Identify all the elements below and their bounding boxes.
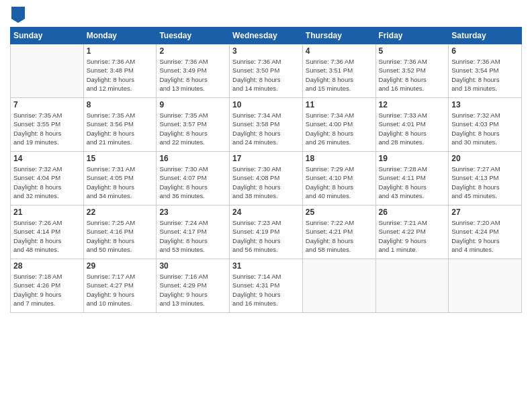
calendar-table: SundayMondayTuesdayWednesdayThursdayFrid… [10, 27, 522, 313]
weekday-header-tuesday: Tuesday [157, 28, 230, 44]
calendar-cell: 3Sunrise: 7:36 AMSunset: 3:50 PMDaylight… [230, 44, 303, 98]
day-number: 23 [159, 208, 226, 217]
day-info: Sunrise: 7:35 AMSunset: 3:57 PMDaylight:… [159, 111, 226, 146]
weekday-header-row: SundayMondayTuesdayWednesdayThursdayFrid… [11, 28, 522, 44]
day-info: Sunrise: 7:31 AMSunset: 4:05 PMDaylight:… [87, 165, 154, 200]
day-info: Sunrise: 7:36 AMSunset: 3:51 PMDaylight:… [306, 57, 373, 93]
day-number: 4 [306, 46, 373, 56]
calendar-cell: 8Sunrise: 7:35 AMSunset: 3:56 PMDaylight… [83, 98, 157, 152]
day-number: 16 [159, 154, 226, 163]
day-number: 17 [232, 154, 300, 163]
day-number: 26 [379, 208, 446, 217]
day-number: 6 [451, 46, 519, 56]
main-container: SundayMondayTuesdayWednesdayThursdayFrid… [0, 0, 532, 320]
calendar-cell: 23Sunrise: 7:24 AMSunset: 4:17 PMDayligh… [157, 205, 230, 259]
calendar-cell: 29Sunrise: 7:17 AMSunset: 4:27 PMDayligh… [83, 259, 157, 313]
day-number: 11 [306, 100, 373, 109]
day-number: 7 [13, 100, 81, 109]
day-number: 30 [159, 261, 226, 271]
calendar-cell [449, 259, 522, 313]
calendar-cell: 22Sunrise: 7:25 AMSunset: 4:16 PMDayligh… [83, 205, 157, 259]
calendar-cell: 13Sunrise: 7:32 AMSunset: 4:03 PMDayligh… [449, 98, 522, 152]
weekday-header-monday: Monday [83, 28, 157, 44]
day-info: Sunrise: 7:22 AMSunset: 4:21 PMDaylight:… [306, 218, 373, 254]
calendar-week-1: 1Sunrise: 7:36 AMSunset: 3:48 PMDaylight… [11, 44, 522, 98]
calendar-cell: 14Sunrise: 7:32 AMSunset: 4:04 PMDayligh… [11, 152, 84, 205]
calendar-cell: 28Sunrise: 7:18 AMSunset: 4:26 PMDayligh… [11, 259, 84, 313]
day-info: Sunrise: 7:21 AMSunset: 4:22 PMDaylight:… [379, 218, 446, 254]
logo-icon [11, 7, 25, 23]
calendar-cell: 4Sunrise: 7:36 AMSunset: 3:51 PMDaylight… [302, 44, 375, 98]
weekday-header-saturday: Saturday [449, 28, 522, 44]
calendar-cell: 21Sunrise: 7:26 AMSunset: 4:14 PMDayligh… [11, 205, 84, 259]
weekday-header-friday: Friday [375, 28, 449, 44]
calendar-cell: 15Sunrise: 7:31 AMSunset: 4:05 PMDayligh… [83, 152, 157, 205]
day-info: Sunrise: 7:36 AMSunset: 3:50 PMDaylight:… [232, 57, 300, 93]
day-number: 15 [87, 154, 154, 163]
day-number: 2 [159, 46, 226, 56]
calendar-week-3: 14Sunrise: 7:32 AMSunset: 4:04 PMDayligh… [11, 152, 522, 205]
calendar-week-4: 21Sunrise: 7:26 AMSunset: 4:14 PMDayligh… [11, 205, 522, 259]
day-number: 20 [451, 154, 519, 163]
day-number: 31 [232, 261, 300, 271]
day-info: Sunrise: 7:20 AMSunset: 4:24 PMDaylight:… [451, 218, 519, 254]
calendar-cell: 17Sunrise: 7:30 AMSunset: 4:08 PMDayligh… [230, 152, 303, 205]
day-info: Sunrise: 7:36 AMSunset: 3:48 PMDaylight:… [87, 57, 154, 93]
calendar-cell: 11Sunrise: 7:34 AMSunset: 4:00 PMDayligh… [302, 98, 375, 152]
day-number: 24 [232, 208, 300, 217]
day-number: 29 [87, 261, 154, 271]
day-info: Sunrise: 7:36 AMSunset: 3:54 PMDaylight:… [451, 57, 519, 93]
calendar-cell [375, 259, 449, 313]
svg-marker-0 [11, 7, 25, 23]
day-info: Sunrise: 7:30 AMSunset: 4:07 PMDaylight:… [159, 165, 226, 200]
calendar-cell: 10Sunrise: 7:34 AMSunset: 3:58 PMDayligh… [230, 98, 303, 152]
day-info: Sunrise: 7:14 AMSunset: 4:31 PMDaylight:… [232, 272, 300, 308]
calendar-cell: 5Sunrise: 7:36 AMSunset: 3:52 PMDaylight… [375, 44, 449, 98]
weekday-header-sunday: Sunday [11, 28, 84, 44]
calendar-cell: 2Sunrise: 7:36 AMSunset: 3:49 PMDaylight… [157, 44, 230, 98]
day-info: Sunrise: 7:23 AMSunset: 4:19 PMDaylight:… [232, 218, 300, 254]
day-info: Sunrise: 7:35 AMSunset: 3:55 PMDaylight:… [13, 111, 81, 146]
day-number: 13 [451, 100, 519, 109]
calendar-cell: 7Sunrise: 7:35 AMSunset: 3:55 PMDaylight… [11, 98, 84, 152]
day-info: Sunrise: 7:35 AMSunset: 3:56 PMDaylight:… [87, 111, 154, 146]
day-info: Sunrise: 7:18 AMSunset: 4:26 PMDaylight:… [13, 272, 81, 308]
calendar-cell [11, 44, 84, 98]
day-info: Sunrise: 7:27 AMSunset: 4:13 PMDaylight:… [451, 165, 519, 200]
day-info: Sunrise: 7:34 AMSunset: 4:00 PMDaylight:… [306, 111, 373, 146]
calendar-cell: 12Sunrise: 7:33 AMSunset: 4:01 PMDayligh… [375, 98, 449, 152]
day-info: Sunrise: 7:24 AMSunset: 4:17 PMDaylight:… [159, 218, 226, 254]
day-number: 9 [159, 100, 226, 109]
day-info: Sunrise: 7:26 AMSunset: 4:14 PMDaylight:… [13, 218, 81, 254]
day-info: Sunrise: 7:28 AMSunset: 4:11 PMDaylight:… [379, 165, 446, 200]
day-info: Sunrise: 7:25 AMSunset: 4:16 PMDaylight:… [87, 218, 154, 254]
day-info: Sunrise: 7:34 AMSunset: 3:58 PMDaylight:… [232, 111, 300, 146]
day-info: Sunrise: 7:16 AMSunset: 4:29 PMDaylight:… [159, 272, 226, 308]
calendar-week-2: 7Sunrise: 7:35 AMSunset: 3:55 PMDaylight… [11, 98, 522, 152]
header [10, 7, 522, 21]
calendar-cell: 30Sunrise: 7:16 AMSunset: 4:29 PMDayligh… [157, 259, 230, 313]
calendar-cell: 20Sunrise: 7:27 AMSunset: 4:13 PMDayligh… [449, 152, 522, 205]
day-number: 5 [379, 46, 446, 56]
calendar-cell: 19Sunrise: 7:28 AMSunset: 4:11 PMDayligh… [375, 152, 449, 205]
calendar-cell: 31Sunrise: 7:14 AMSunset: 4:31 PMDayligh… [230, 259, 303, 313]
calendar-cell: 27Sunrise: 7:20 AMSunset: 4:24 PMDayligh… [449, 205, 522, 259]
day-info: Sunrise: 7:32 AMSunset: 4:04 PMDaylight:… [13, 165, 81, 200]
day-info: Sunrise: 7:29 AMSunset: 4:10 PMDaylight:… [306, 165, 373, 200]
logo [10, 7, 25, 21]
calendar-cell: 18Sunrise: 7:29 AMSunset: 4:10 PMDayligh… [302, 152, 375, 205]
calendar-cell: 6Sunrise: 7:36 AMSunset: 3:54 PMDaylight… [449, 44, 522, 98]
day-number: 3 [232, 46, 300, 56]
day-number: 25 [306, 208, 373, 217]
calendar-cell: 1Sunrise: 7:36 AMSunset: 3:48 PMDaylight… [83, 44, 157, 98]
day-number: 14 [13, 154, 81, 163]
calendar-cell: 16Sunrise: 7:30 AMSunset: 4:07 PMDayligh… [157, 152, 230, 205]
weekday-header-wednesday: Wednesday [230, 28, 303, 44]
day-info: Sunrise: 7:30 AMSunset: 4:08 PMDaylight:… [232, 165, 300, 200]
day-info: Sunrise: 7:17 AMSunset: 4:27 PMDaylight:… [87, 272, 154, 308]
day-info: Sunrise: 7:32 AMSunset: 4:03 PMDaylight:… [451, 111, 519, 146]
day-number: 8 [87, 100, 154, 109]
day-info: Sunrise: 7:36 AMSunset: 3:49 PMDaylight:… [159, 57, 226, 93]
calendar-cell: 25Sunrise: 7:22 AMSunset: 4:21 PMDayligh… [302, 205, 375, 259]
day-number: 22 [87, 208, 154, 217]
